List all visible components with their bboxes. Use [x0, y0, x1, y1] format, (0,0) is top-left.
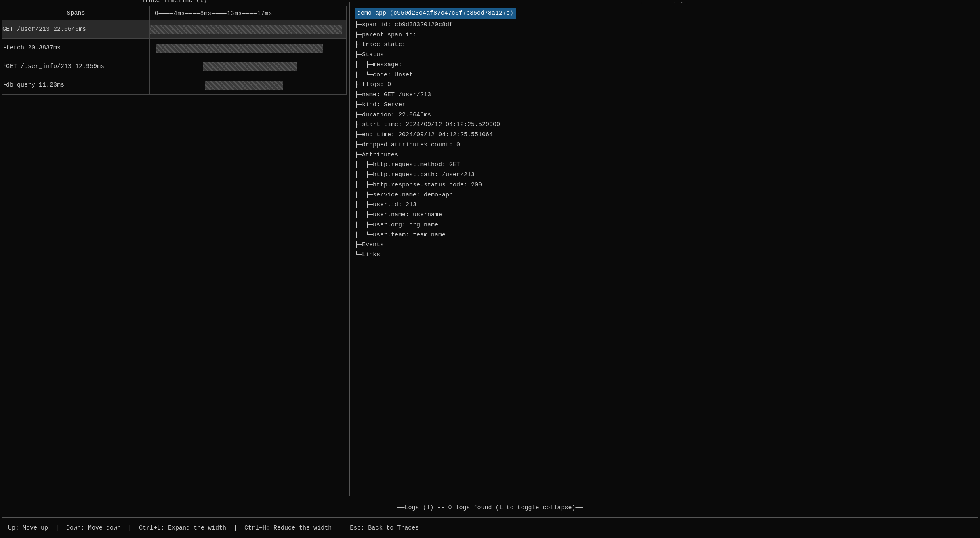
- details-line: ├─trace state:: [355, 40, 973, 50]
- logs-panel: ──Logs (l) -- 0 logs found (L to toggle …: [2, 498, 978, 518]
- span-bar-container: [150, 42, 346, 54]
- timeline-column-header: 0————4ms————8ms————13ms————17ms: [150, 6, 347, 20]
- span-name-cell[interactable]: └fetch 20.3837ms: [2, 39, 150, 57]
- details-line: │ ├─http.response.status_code: 200: [355, 180, 973, 190]
- details-line: ├─Events: [355, 240, 973, 250]
- span-bar-cell: [150, 57, 347, 76]
- span-bar-cell: [150, 76, 347, 95]
- span-bar-cell: [150, 39, 347, 57]
- details-panel: Details (d) demo-app (c950d23c4af87c47c6…: [349, 2, 978, 496]
- span-name-cell[interactable]: └GET /user_info/213 12.959ms: [2, 57, 150, 76]
- trace-timeline-title: Trace Timeline (t): [139, 0, 209, 4]
- details-content: demo-app (c950d23c4af87c47c6f7b35cd78a12…: [355, 8, 973, 260]
- details-line: ├─duration: 22.0646ms: [355, 110, 973, 120]
- details-line: │ ├─http.request.method: GET: [355, 160, 973, 170]
- details-line: │ ├─user.id: 213: [355, 200, 973, 210]
- spans-column-header: Spans: [2, 6, 150, 20]
- trace-table: Spans 0————4ms————8ms————13ms————17ms GE…: [2, 6, 347, 95]
- span-bar-container: [150, 61, 346, 72]
- span-bar-container: [150, 80, 346, 91]
- details-line: └─Links: [355, 250, 973, 260]
- details-line: │ ├─service.name: demo-app: [355, 190, 973, 200]
- status-bar-text: Up: Move up | Down: Move down | Ctrl+L: …: [8, 525, 419, 532]
- details-line: ├─name: GET /user/213: [355, 90, 973, 100]
- details-line: ├─Status: [355, 50, 973, 60]
- details-line: │ ├─message:: [355, 60, 973, 70]
- timeline-markers: 0————4ms————8ms————13ms————17ms: [155, 10, 272, 17]
- details-line: │ ├─http.request.path: /user/213: [355, 170, 973, 180]
- details-line: ├─end time: 2024/09/12 04:12:25.551064: [355, 130, 973, 140]
- details-panel-title: Details (d): [641, 2, 686, 4]
- details-line: │ ├─user.name: username: [355, 210, 973, 220]
- details-line: │ └─user.team: team name: [355, 230, 973, 241]
- span-bar: [150, 25, 342, 34]
- details-line: │ └─code: Unset: [355, 70, 973, 80]
- span-name-cell[interactable]: └db query 11.23ms: [2, 76, 150, 95]
- details-lines: ├─span id: cb9d38320120c8df├─parent span…: [355, 20, 973, 260]
- span-bar-cell: [150, 20, 347, 39]
- span-bar-container: [150, 24, 346, 35]
- details-line: ├─kind: Server: [355, 100, 973, 110]
- details-line: ├─dropped attributes count: 0: [355, 140, 973, 150]
- status-bar: Up: Move up | Down: Move down | Ctrl+L: …: [0, 518, 980, 538]
- details-line: ├─parent span id:: [355, 30, 973, 40]
- span-bar: [205, 81, 283, 90]
- logs-panel-title: ──Logs (l) -- 0 logs found (L to toggle …: [397, 504, 583, 511]
- span-bar: [203, 62, 297, 71]
- details-line: │ ├─user.org: org name: [355, 220, 973, 230]
- trace-timeline-panel: Trace Timeline (t) Spans 0————4ms————8ms…: [2, 2, 347, 496]
- span-name-cell[interactable]: GET /user/213 22.0646ms: [2, 20, 150, 39]
- details-line: ├─start time: 2024/09/12 04:12:25.529000: [355, 120, 973, 130]
- span-bar: [156, 44, 323, 53]
- details-line: ├─span id: cb9d38320120c8df: [355, 20, 973, 30]
- details-line: ├─Attributes: [355, 150, 973, 160]
- details-line: ├─flags: 0: [355, 80, 973, 90]
- details-header-title: demo-app (c950d23c4af87c47c6f7b35cd78a12…: [355, 8, 516, 19]
